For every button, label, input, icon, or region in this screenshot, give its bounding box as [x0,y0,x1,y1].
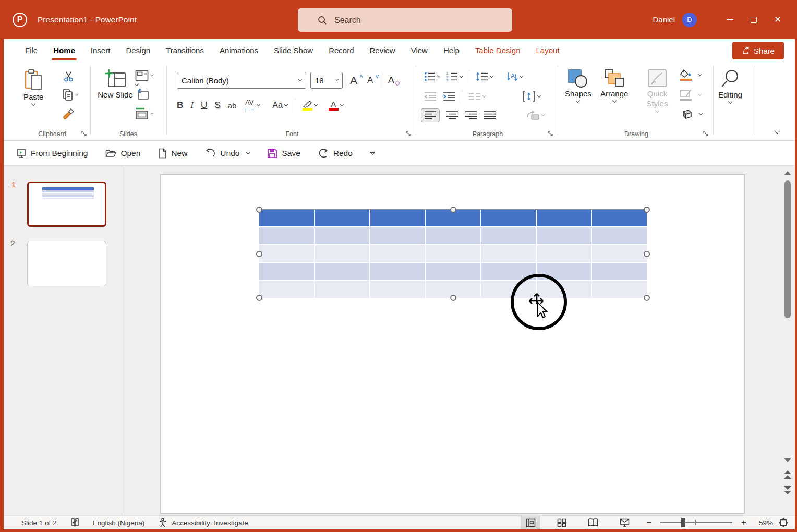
table-cell[interactable] [259,263,314,280]
numbering-button[interactable]: 1 2 3 [446,72,463,81]
user-name[interactable]: Daniel [653,15,675,24]
redo-button[interactable]: Redo [318,148,353,158]
tab-slide-show[interactable]: Slide Show [266,39,321,62]
italic-button[interactable]: I [190,100,194,111]
collapse-ribbon-chevron-icon[interactable] [774,128,780,134]
table-header-cell[interactable] [315,210,369,226]
align-left-button[interactable] [421,108,440,122]
font-color-button[interactable]: A [329,100,343,111]
slideshow-view-button[interactable] [614,516,634,529]
text-highlight-button[interactable] [303,101,317,111]
clear-formatting-button[interactable]: A◇ [388,75,400,87]
selection-handle[interactable] [256,251,262,257]
table-cell[interactable] [370,281,425,298]
scroll-up-arrow-icon[interactable] [784,171,791,175]
copy-dropdown-chevron-icon[interactable] [75,92,79,96]
table-header-cell[interactable] [592,210,647,226]
table-cell[interactable] [592,281,647,298]
maximize-button[interactable] [742,0,766,39]
table-cell[interactable] [481,263,536,280]
selection-handle[interactable] [644,207,650,213]
table-cell[interactable] [426,245,480,262]
table-cell[interactable] [315,281,369,298]
zoom-slider-handle[interactable] [681,518,685,527]
panel-divider[interactable] [122,166,122,515]
table-cell[interactable] [592,263,647,280]
table-cell[interactable] [259,281,314,298]
new-slide-dropdown-chevron-icon[interactable] [135,82,139,86]
table-cell[interactable] [481,281,536,298]
table-cell[interactable] [259,227,314,245]
align-right-button[interactable] [465,111,477,120]
reading-view-button[interactable] [583,516,603,529]
selection-handle[interactable] [256,295,262,301]
increase-font-size-button[interactable]: A˄ [350,74,363,87]
table-cell[interactable] [370,227,425,245]
table-header-cell[interactable] [370,210,425,226]
share-button[interactable]: Share [732,42,784,59]
selection-handle[interactable] [256,207,262,213]
copy-button[interactable] [62,89,78,101]
justify-button[interactable] [484,111,496,120]
bullets-button[interactable] [424,72,440,81]
avatar[interactable]: D [682,13,697,27]
table-cell[interactable] [426,263,480,280]
slide-1-thumbnail[interactable] [27,182,106,227]
search-input[interactable]: Search [298,8,512,32]
tab-view[interactable]: View [403,39,436,62]
shape-effects-button[interactable] [680,108,702,120]
from-beginning-button[interactable]: From Beginning [16,148,88,159]
table-cell[interactable] [426,227,480,245]
table-cell[interactable] [259,245,314,262]
tab-animations[interactable]: Animations [212,39,266,62]
table-cell[interactable] [481,227,536,245]
tab-layout[interactable]: Layout [528,39,567,62]
accessibility-status[interactable]: Accessibility: Investigate [158,518,248,527]
tab-record[interactable]: Record [321,39,361,62]
increase-indent-button[interactable] [443,92,455,101]
scroll-down-arrow-icon[interactable] [784,458,791,462]
slide-indicator[interactable]: Slide 1 of 2 [21,519,57,527]
spell-check-icon[interactable] [70,518,79,527]
bold-button[interactable]: B [177,100,183,111]
tab-insert[interactable]: Insert [83,39,118,62]
align-center-button[interactable] [446,111,458,120]
character-spacing-button[interactable]: AV ←→ [244,99,260,112]
minimize-button[interactable] [718,0,742,39]
tab-design[interactable]: Design [118,39,158,62]
underline-button[interactable]: U [201,100,207,111]
text-shadow-button[interactable]: S [214,100,220,111]
language-indicator[interactable]: English (Nigeria) [93,519,145,527]
font-size-select[interactable]: 18 [310,72,343,89]
change-case-button[interactable]: Aa [272,101,287,110]
new-slide-button[interactable]: New Slide [96,69,134,100]
paste-button[interactable]: Paste [23,69,43,105]
text-direction-button[interactable]: A [506,72,523,81]
line-spacing-button[interactable] [476,72,493,81]
new-button[interactable]: New [158,148,187,159]
table-cell[interactable] [537,227,591,245]
table-header-cell[interactable] [481,210,536,226]
section-button[interactable] [135,107,153,120]
cut-button[interactable] [63,71,74,82]
tab-help[interactable]: Help [436,39,467,62]
shape-fill-button[interactable] [680,69,701,81]
shape-outline-button[interactable] [680,89,701,101]
decrease-font-size-button[interactable]: A˅ [367,75,379,86]
format-painter-button[interactable] [62,107,75,120]
paragraph-dialog-launcher[interactable] [548,131,553,137]
slide-layout-button[interactable] [135,70,153,81]
close-button[interactable]: ✕ [766,0,790,39]
layout-dropdown-chevron-icon[interactable] [150,73,154,77]
quick-styles-button[interactable]: Quick Styles [639,69,675,112]
zoom-out-button[interactable]: − [644,517,654,528]
table-header-cell[interactable] [537,210,591,226]
table-cell[interactable] [592,227,647,245]
shapes-button[interactable]: Shapes [565,69,591,102]
previous-slide-button[interactable] [784,470,791,480]
table-cell[interactable] [592,245,647,262]
tab-file[interactable]: File [17,39,45,62]
table-header-cell[interactable] [259,210,314,226]
strikethrough-button[interactable]: ab [228,101,237,110]
editing-button[interactable]: Editing [718,69,742,103]
